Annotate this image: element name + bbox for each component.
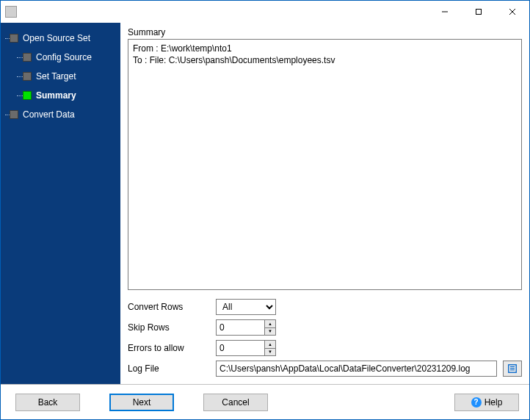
svg-rect-6 bbox=[510, 368, 515, 369]
step-label: Open Source Set bbox=[23, 33, 90, 43]
step-node-icon bbox=[23, 53, 32, 62]
log-file-input[interactable] bbox=[216, 361, 497, 377]
skip-rows-label: Skip Rows bbox=[128, 322, 216, 333]
maximize-button[interactable] bbox=[462, 1, 495, 23]
skip-rows-down[interactable]: ▼ bbox=[265, 328, 275, 336]
svg-rect-7 bbox=[510, 369, 515, 370]
wizard-step-set-target[interactable]: Set Target bbox=[1, 67, 120, 86]
step-label: Set Target bbox=[36, 71, 76, 82]
help-icon: ? bbox=[471, 397, 482, 408]
skip-rows-up[interactable]: ▲ bbox=[265, 320, 275, 328]
step-node-icon bbox=[23, 72, 32, 81]
section-label-summary: Summary bbox=[128, 27, 522, 37]
errors-allow-spinner[interactable]: ▲ ▼ bbox=[216, 340, 276, 356]
step-node-icon bbox=[10, 110, 18, 119]
convert-rows-select[interactable]: All bbox=[216, 299, 276, 315]
log-file-browse-button[interactable] bbox=[503, 361, 522, 377]
wizard-step-config-source[interactable]: Config Source bbox=[1, 48, 120, 67]
cancel-button[interactable]: Cancel bbox=[203, 394, 268, 411]
minimize-button[interactable] bbox=[428, 1, 462, 23]
wizard-step-open-source-set[interactable]: Open Source Set bbox=[1, 29, 120, 48]
app-icon bbox=[5, 6, 17, 18]
errors-allow-label: Errors to allow bbox=[128, 343, 216, 353]
help-button[interactable]: ? Help bbox=[454, 394, 519, 411]
step-label: Convert Data bbox=[23, 109, 75, 120]
back-button[interactable]: Back bbox=[15, 394, 80, 411]
close-button[interactable] bbox=[495, 1, 529, 23]
titlebar bbox=[1, 1, 529, 23]
skip-rows-spinner[interactable]: ▲ ▼ bbox=[216, 319, 276, 336]
svg-rect-5 bbox=[510, 366, 515, 367]
summary-textarea[interactable]: From : E:\work\temp\nto1 To : File: C:\U… bbox=[128, 39, 522, 290]
wizard-step-convert-data[interactable]: Convert Data bbox=[1, 105, 120, 124]
errors-allow-down[interactable]: ▼ bbox=[265, 349, 275, 356]
errors-allow-input[interactable] bbox=[216, 340, 264, 356]
step-node-icon bbox=[10, 34, 18, 43]
svg-rect-1 bbox=[476, 10, 482, 15]
convert-rows-label: Convert Rows bbox=[128, 302, 216, 312]
step-label: Config Source bbox=[36, 52, 92, 62]
wizard-button-bar: Back Next Cancel ? Help bbox=[1, 384, 529, 419]
next-button[interactable]: Next bbox=[109, 394, 174, 411]
errors-allow-up[interactable]: ▲ bbox=[265, 341, 275, 349]
wizard-step-sidebar: Open Source SetConfig SourceSet TargetSu… bbox=[1, 23, 120, 384]
skip-rows-input[interactable] bbox=[216, 319, 264, 336]
step-label: Summary bbox=[36, 90, 76, 101]
step-node-icon bbox=[23, 91, 32, 100]
wizard-step-summary[interactable]: Summary bbox=[1, 86, 120, 105]
log-file-label: Log File bbox=[128, 363, 216, 374]
